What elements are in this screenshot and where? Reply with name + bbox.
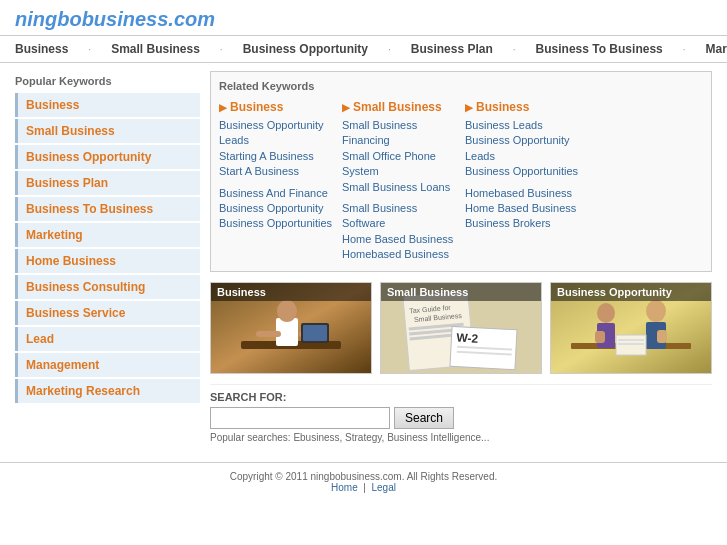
sidebar-item-business-plan[interactable]: Business Plan [15, 171, 200, 195]
sidebar-item-home-business[interactable]: Home Business [15, 249, 200, 273]
card-small-business-title: Small Business [381, 283, 541, 301]
rk-link[interactable]: Starting A Business [219, 149, 334, 164]
search-input[interactable] [210, 407, 390, 429]
nav-item-small-business[interactable]: Small Business [111, 42, 200, 56]
rk-link[interactable]: Small Office Phone System [342, 149, 457, 180]
sidebar-item-management[interactable]: Management [15, 353, 200, 377]
rk-column-3: ▶ Business Business Leads Business Oppor… [465, 100, 580, 263]
rk-link[interactable]: Small Business Financing [342, 118, 457, 149]
sidebar-item-marketing-research[interactable]: Marketing Research [15, 379, 200, 403]
card-business-title: Business [211, 283, 371, 301]
rk-link[interactable]: Business And Finance [219, 186, 334, 201]
card-opportunity-image: Business Opportunity [551, 283, 711, 373]
sidebar: Popular Keywords Business Small Business… [15, 71, 200, 449]
footer-link-home[interactable]: Home [331, 482, 358, 493]
related-keywords-grid: ▶ Business Business Opportunity Leads St… [219, 100, 703, 263]
svg-rect-30 [618, 343, 644, 345]
svg-rect-5 [256, 331, 281, 337]
rk-link[interactable]: Business Opportunity Leads [219, 118, 334, 149]
rk-link[interactable]: Business Leads [465, 118, 580, 133]
card-small-business-image: Tax Guide for Small Business W-2 Small B… [381, 283, 541, 373]
nav-item-business-plan[interactable]: Business Plan [411, 42, 493, 56]
card-opportunity[interactable]: Business Opportunity [550, 282, 712, 374]
rk-link[interactable]: Business Opportunities [219, 216, 334, 231]
card-business-image: Business [211, 283, 371, 373]
footer: Copyright © 2011 ningbobusiness.com. All… [0, 462, 727, 501]
rk-column-2: ▶ Small Business Small Business Financin… [342, 100, 457, 263]
rk-col3-title: ▶ Business [465, 100, 580, 114]
sidebar-item-business[interactable]: Business [15, 93, 200, 117]
svg-text:W-2: W-2 [456, 330, 479, 345]
footer-link-legal[interactable]: Legal [371, 482, 395, 493]
rk-link[interactable]: Home Based Business [342, 232, 457, 247]
arrow-icon-1: ▶ [219, 102, 227, 113]
rk-link[interactable]: Small Business Software [342, 201, 457, 232]
sidebar-item-lead[interactable]: Lead [15, 327, 200, 351]
site-title[interactable]: ningbobusiness.com [15, 8, 215, 30]
card-business[interactable]: Business [210, 282, 372, 374]
related-keywords-title: Related Keywords [219, 80, 703, 92]
card-small-business[interactable]: Tax Guide for Small Business W-2 Small B… [380, 282, 542, 374]
copyright: Copyright © 2011 ningbobusiness.com. All… [8, 471, 719, 482]
popular-searches: Popular searches: Ebusiness, Strategy, B… [210, 432, 712, 443]
nav-bar: Business · Small Business · Business Opp… [0, 35, 727, 63]
arrow-icon-2: ▶ [342, 102, 350, 113]
right-content: Related Keywords ▶ Business Business Opp… [210, 71, 712, 449]
svg-point-22 [597, 303, 615, 323]
search-area: SEARCH FOR: Search Popular searches: Ebu… [210, 384, 712, 449]
nav-item-business-opportunity[interactable]: Business Opportunity [243, 42, 368, 56]
svg-point-4 [277, 300, 297, 322]
related-keywords-box: Related Keywords ▶ Business Business Opp… [210, 71, 712, 272]
nav-item-b2b[interactable]: Business To Business [536, 42, 663, 56]
svg-rect-8 [303, 325, 327, 341]
svg-rect-29 [618, 339, 644, 341]
image-cards: Business Tax Guide for Small Business [210, 282, 712, 374]
rk-link[interactable]: Homebased Business [465, 186, 580, 201]
card-opportunity-title: Business Opportunity [551, 283, 711, 301]
rk-link[interactable]: Home Based Business [465, 201, 580, 216]
svg-rect-24 [595, 331, 605, 343]
rk-link[interactable]: Homebased Business [342, 247, 457, 262]
arrow-icon-3: ▶ [465, 102, 473, 113]
sidebar-item-consulting[interactable]: Business Consulting [15, 275, 200, 299]
sidebar-item-b2b[interactable]: Business To Business [15, 197, 200, 221]
rk-link[interactable]: Business Opportunity Leads [465, 133, 580, 164]
rk-link[interactable]: Business Opportunity [219, 201, 334, 216]
rk-column-1: ▶ Business Business Opportunity Leads St… [219, 100, 334, 263]
search-label: SEARCH FOR: [210, 391, 712, 403]
svg-point-25 [646, 300, 666, 322]
rk-link[interactable]: Business Brokers [465, 216, 580, 231]
nav-item-marketing[interactable]: Marketing [706, 42, 727, 56]
sidebar-title: Popular Keywords [15, 71, 200, 93]
sidebar-item-small-business[interactable]: Small Business [15, 119, 200, 143]
rk-col1-title: ▶ Business [219, 100, 334, 114]
sidebar-item-service[interactable]: Business Service [15, 301, 200, 325]
rk-link[interactable]: Small Business Loans [342, 180, 457, 195]
rk-col2-title: ▶ Small Business [342, 100, 457, 114]
svg-rect-27 [657, 330, 667, 343]
sidebar-item-marketing[interactable]: Marketing [15, 223, 200, 247]
search-row: Search [210, 407, 712, 429]
header: ningbobusiness.com [0, 0, 727, 35]
footer-links: Home | Legal [8, 482, 719, 493]
rk-column-4 [588, 100, 703, 263]
nav-item-business[interactable]: Business [15, 42, 68, 56]
rk-link[interactable]: Business Opportunities [465, 164, 580, 179]
sidebar-item-business-opportunity[interactable]: Business Opportunity [15, 145, 200, 169]
search-button[interactable]: Search [394, 407, 454, 429]
main-content: Popular Keywords Business Small Business… [0, 63, 727, 457]
rk-link[interactable]: Start A Business [219, 164, 334, 179]
